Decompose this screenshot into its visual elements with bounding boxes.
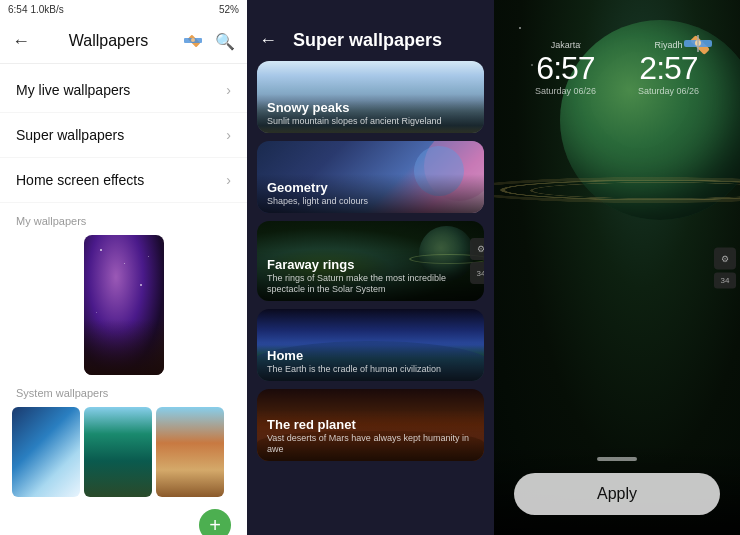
- panel1-title: Wallpapers: [38, 32, 179, 50]
- faraway-desc: The rings of Saturn make the most incred…: [267, 273, 474, 295]
- clock-riyadh: Riyadh 2:57 Saturday 06/26: [638, 40, 699, 96]
- wallpaper-card-geometry[interactable]: Geometry Shapes, light and colours: [257, 141, 484, 213]
- geometry-overlay: Geometry Shapes, light and colours: [257, 174, 484, 213]
- jakarta-time: 6:57: [535, 52, 596, 84]
- status-signal: 1.0kB/s: [30, 4, 63, 15]
- home-overlay: Home The Earth is the cradle of human ci…: [257, 342, 484, 381]
- sys-thumb-2[interactable]: [84, 407, 152, 497]
- system-wallpapers-container: +: [0, 403, 247, 535]
- wallpaper-card-home[interactable]: Home The Earth is the cradle of human ci…: [257, 309, 484, 381]
- menu-item-live-label: My live wallpapers: [16, 82, 130, 98]
- jakarta-city: Jakarta: [535, 40, 596, 50]
- faraway-side-indicator: ⚙ 34: [470, 238, 484, 284]
- snowy-desc: Sunlit mountain slopes of ancient Rigvel…: [267, 116, 474, 127]
- home-desc: The Earth is the cradle of human civiliz…: [267, 364, 474, 375]
- thumb-desert-bg: [156, 407, 224, 497]
- riyadh-time: 2:57: [638, 52, 699, 84]
- my-wallpaper-thumb[interactable]: [84, 235, 164, 375]
- menu-arrow-live: ›: [226, 82, 231, 98]
- preview-settings-icon: ⚙: [714, 247, 736, 269]
- satellite-icon: [179, 27, 207, 55]
- panel-preview: Jakarta 6:57 Saturday 06/26 Riyadh 2:57 …: [494, 0, 740, 535]
- panel-super-wallpapers: ← Super wallpapers Snowy peaks Sunlit mo…: [247, 0, 494, 535]
- status-left: 6:54 1.0kB/s: [8, 4, 64, 15]
- panel2-header: ← Super wallpapers: [247, 0, 494, 61]
- scroll-indicator: [597, 457, 637, 461]
- status-bar: 6:54 1.0kB/s 52%: [0, 0, 247, 19]
- panel2-title: Super wallpapers: [293, 30, 442, 51]
- galaxy-wallpaper: [84, 235, 164, 375]
- geometry-title: Geometry: [267, 180, 474, 195]
- menu-item-effects-label: Home screen effects: [16, 172, 144, 188]
- menu-arrow-super: ›: [226, 127, 231, 143]
- panel2-back-button[interactable]: ←: [259, 30, 277, 51]
- menu-item-live[interactable]: My live wallpapers ›: [0, 68, 247, 113]
- preview-side-indicator: ⚙ 34: [714, 247, 736, 288]
- jakarta-date: Saturday 06/26: [535, 86, 596, 96]
- red-planet-title: The red planet: [267, 417, 474, 432]
- snowy-title: Snowy peaks: [267, 100, 474, 115]
- panel1-menu: My live wallpapers › Super wallpapers › …: [0, 64, 247, 207]
- clock-jakarta: Jakarta 6:57 Saturday 06/26: [535, 40, 596, 96]
- add-icon: +: [209, 514, 221, 536]
- system-wallpapers-grid: [0, 403, 247, 501]
- menu-arrow-effects: ›: [226, 172, 231, 188]
- system-wallpapers-label: System wallpapers: [0, 379, 247, 403]
- preview-count: 34: [714, 272, 736, 288]
- apply-button[interactable]: Apply: [514, 473, 720, 515]
- my-wallpapers-preview: [0, 231, 247, 379]
- wallpaper-list: Snowy peaks Sunlit mountain slopes of an…: [247, 61, 494, 535]
- menu-item-effects[interactable]: Home screen effects ›: [0, 158, 247, 203]
- status-battery: 52%: [219, 4, 239, 15]
- clock-overlay: Jakarta 6:57 Saturday 06/26 Riyadh 2:57 …: [494, 40, 740, 96]
- wallpaper-card-faraway[interactable]: ⚙ 34 Faraway rings The rings of Saturn m…: [257, 221, 484, 301]
- faraway-title: Faraway rings: [267, 257, 474, 272]
- menu-item-super-label: Super wallpapers: [16, 127, 124, 143]
- riyadh-city: Riyadh: [638, 40, 699, 50]
- back-button[interactable]: ←: [12, 31, 30, 52]
- wallpaper-card-red-planet[interactable]: The red planet Vast deserts of Mars have…: [257, 389, 484, 461]
- geometry-desc: Shapes, light and colours: [267, 196, 474, 207]
- menu-item-super[interactable]: Super wallpapers ›: [0, 113, 247, 158]
- search-icon[interactable]: 🔍: [215, 32, 235, 51]
- side-icon-box: ⚙: [470, 238, 484, 260]
- snowy-overlay: Snowy peaks Sunlit mountain slopes of an…: [257, 94, 484, 133]
- wallpaper-card-snowy[interactable]: Snowy peaks Sunlit mountain slopes of an…: [257, 61, 484, 133]
- red-planet-desc: Vast deserts of Mars have always kept hu…: [267, 433, 474, 455]
- status-right: 52%: [219, 4, 239, 15]
- riyadh-date: Saturday 06/26: [638, 86, 699, 96]
- thumb-blue-swirl-bg: [12, 407, 80, 497]
- status-time: 6:54: [8, 4, 27, 15]
- svg-point-3: [191, 38, 195, 42]
- home-title: Home: [267, 348, 474, 363]
- panel1-header: ← Wallpapers 🔍: [0, 19, 247, 64]
- my-wallpapers-label: My wallpapers: [0, 207, 247, 231]
- apply-bar: Apply: [494, 445, 740, 535]
- red-planet-overlay: The red planet Vast deserts of Mars have…: [257, 411, 484, 461]
- sys-thumb-3[interactable]: [156, 407, 224, 497]
- sys-thumb-1[interactable]: [12, 407, 80, 497]
- panel-wallpapers-menu: 6:54 1.0kB/s 52% ← Wallpapers 🔍 My live …: [0, 0, 247, 535]
- faraway-overlay: Faraway rings The rings of Saturn make t…: [257, 251, 484, 301]
- side-count: 34: [470, 262, 484, 284]
- add-wallpaper-button[interactable]: +: [199, 509, 231, 535]
- thumb-ocean-bg: [84, 407, 152, 497]
